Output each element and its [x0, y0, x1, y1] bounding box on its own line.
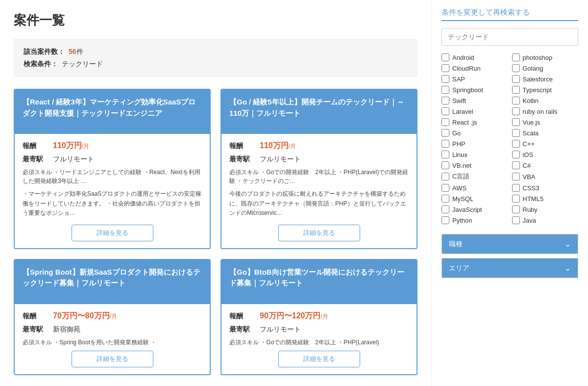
checkbox-label-cb-python[interactable]: Python	[452, 217, 472, 224]
checkbox-cb-laravel[interactable]	[441, 107, 449, 115]
card-skill: 必須スキル ・Goでの開発経験 2年以上 ・PHP(Laravel)での開発経験…	[229, 168, 409, 185]
checkbox-cb-aws[interactable]	[441, 184, 449, 192]
checkbox-label-cb-linux[interactable]: Linux	[452, 151, 467, 158]
checkbox-item-cb-swift: Swift	[441, 97, 508, 104]
checkbox-cb-cpp[interactable]	[512, 140, 520, 148]
checkbox-cb-css3[interactable]	[512, 184, 520, 192]
dropdown-0[interactable]: 職種⌄	[441, 234, 578, 254]
card-body: 報酬 90万円〜120万円/月 最寄駅 フルリモート 必須スキル ・Goでの開発…	[221, 304, 416, 374]
checkbox-label-cb-go[interactable]: Go	[452, 129, 461, 137]
checkbox-cb-html5[interactable]	[512, 195, 520, 203]
dropdown-1[interactable]: エリア⌄	[441, 258, 578, 278]
card-price-row: 報酬 110万円/月	[229, 141, 409, 151]
checkbox-label-cb-clang[interactable]: C言語	[452, 172, 469, 181]
checkbox-label-cb-mysql[interactable]: MySQL	[452, 195, 473, 203]
checkbox-cb-javascript[interactable]	[441, 206, 449, 213]
checkbox-cb-rubyonrails[interactable]	[512, 107, 520, 115]
station-value: フルリモート	[260, 325, 301, 334]
checkbox-label-cb-html5[interactable]: HTML5	[523, 195, 544, 203]
checkbox-cb-sap[interactable]	[441, 75, 449, 83]
checkbox-cb-ruby[interactable]	[512, 206, 520, 213]
card-price-row: 報酬 90万円〜120万円/月	[229, 311, 409, 321]
checkbox-item-cb-rubyonrails: ruby on rails	[512, 107, 579, 115]
checkbox-cb-springboot[interactable]	[441, 86, 449, 94]
checkbox-label-cb-typescript[interactable]: Typescript	[523, 86, 552, 94]
checkbox-label-cb-salesforce[interactable]: Salesforce	[523, 76, 553, 83]
checkbox-label-cb-reactjs[interactable]: React .js	[452, 119, 477, 126]
checkbox-item-cb-python: Python	[441, 216, 508, 224]
price-unit: /月	[110, 313, 117, 320]
card-station-row: 最寄駅 フルリモート	[229, 325, 409, 334]
checkbox-label-cb-javascript[interactable]: JavaScript	[452, 206, 482, 213]
chevron-down-icon: ⌄	[564, 239, 571, 249]
checkbox-label-cb-swift[interactable]: Swift	[452, 97, 466, 104]
price-label: 報酬	[23, 312, 47, 321]
card-btn-wrap: 詳細を見る	[23, 351, 202, 367]
checkbox-cb-reactjs[interactable]	[441, 118, 449, 126]
checkbox-cb-java[interactable]	[512, 216, 520, 224]
checkbox-label-cb-scala[interactable]: Scala	[523, 129, 539, 137]
station-value: 新宿御苑	[53, 325, 80, 334]
checkbox-label-cb-golang[interactable]: Golang	[523, 65, 543, 72]
checkbox-cb-cloudrun[interactable]	[441, 64, 449, 72]
checkbox-label-cb-sap[interactable]: SAP	[452, 76, 465, 83]
checkbox-cb-ios[interactable]	[512, 151, 520, 158]
checkbox-cb-golang[interactable]	[512, 64, 520, 72]
checkbox-cb-csharp[interactable]	[512, 161, 520, 169]
checkbox-label-cb-springboot[interactable]: Springboot	[452, 86, 483, 94]
checkbox-label-cb-vuejs[interactable]: Vue.js	[523, 119, 540, 126]
checkbox-label-cb-photoshop[interactable]: photoshop	[523, 54, 553, 61]
checkbox-cb-vbnet[interactable]	[441, 161, 449, 169]
checkbox-cb-swift[interactable]	[441, 97, 449, 104]
checkbox-cb-php[interactable]	[441, 140, 449, 148]
search-input[interactable]	[441, 28, 578, 46]
checkbox-label-cb-android[interactable]: Android	[452, 54, 474, 61]
checkbox-cb-clang[interactable]	[441, 173, 449, 180]
checkbox-label-cb-php[interactable]: PHP	[452, 140, 466, 148]
checkbox-cb-linux[interactable]	[441, 151, 449, 158]
detail-button[interactable]: 詳細を見る	[278, 225, 360, 241]
station-label: 最寄駅	[229, 325, 254, 334]
checkbox-label-cb-csharp[interactable]: C#	[523, 162, 531, 169]
checkbox-cb-android[interactable]	[441, 53, 449, 61]
detail-button[interactable]: 詳細を見る	[72, 351, 153, 367]
checkbox-cb-scala[interactable]	[512, 129, 520, 137]
checkbox-cb-photoshop[interactable]	[512, 53, 520, 61]
checkbox-label-cb-ios[interactable]: iOS	[523, 151, 534, 158]
card-btn-wrap: 詳細を見る	[23, 225, 202, 241]
checkbox-label-cb-aws[interactable]: AWS	[452, 184, 466, 192]
checkbox-cb-salesforce[interactable]	[512, 75, 520, 83]
checkbox-label-cb-java[interactable]: Java	[523, 217, 536, 224]
checkbox-cb-kotlin[interactable]	[512, 97, 520, 104]
checkbox-label-cb-ruby[interactable]: Ruby	[523, 206, 538, 213]
checkbox-cb-go[interactable]	[441, 129, 449, 137]
job-card-2: 【Go / 経験5年以上】開発チームのテックリード｜～110万｜フルリモート 報…	[220, 89, 417, 249]
station-label: 最寄駅	[23, 325, 47, 334]
checkbox-cb-vuejs[interactable]	[512, 118, 520, 126]
price-unit: /月	[289, 143, 296, 150]
detail-button[interactable]: 詳細を見る	[72, 225, 153, 241]
checkbox-item-cb-csharp: C#	[512, 161, 579, 169]
checkbox-item-cb-html5: HTML5	[512, 195, 579, 203]
sidebar-divider	[441, 20, 578, 21]
checkbox-item-cb-javascript: JavaScript	[441, 206, 508, 213]
checkbox-cb-typescript[interactable]	[512, 86, 520, 94]
job-card-4: 【Go】BtoB向け営業ツール開発におけるテックリード募集｜フルリモート 報酬 …	[220, 259, 417, 375]
card-header: 【React / 経験3年】マーケティング効率化SaaSプロダクト開発支援｜テッ…	[15, 90, 210, 134]
checkbox-cb-vba[interactable]	[512, 173, 520, 180]
checkbox-label-cb-cloudrun[interactable]: CloudRun	[452, 65, 481, 72]
checkbox-label-cb-cpp[interactable]: C++	[523, 140, 535, 148]
checkbox-item-cb-vbnet: VB.net	[441, 161, 508, 169]
checkbox-label-cb-kotlin[interactable]: Kotlin	[523, 97, 539, 104]
detail-button[interactable]: 詳細を見る	[278, 351, 360, 367]
checkbox-cb-python[interactable]	[441, 216, 449, 224]
checkbox-label-cb-rubyonrails[interactable]: ruby on rails	[523, 108, 558, 115]
checkbox-item-cb-vba: VBA	[512, 172, 579, 181]
checkbox-label-cb-laravel[interactable]: Laravel	[452, 108, 473, 115]
checkbox-label-cb-vbnet[interactable]: VB.net	[452, 162, 471, 169]
checkbox-label-cb-css3[interactable]: CSS3	[523, 184, 539, 192]
checkbox-label-cb-vba[interactable]: VBA	[523, 173, 536, 180]
checkbox-item-cb-scala: Scala	[512, 129, 579, 137]
checkbox-item-cb-go: Go	[441, 129, 508, 137]
checkbox-cb-mysql[interactable]	[441, 195, 449, 203]
